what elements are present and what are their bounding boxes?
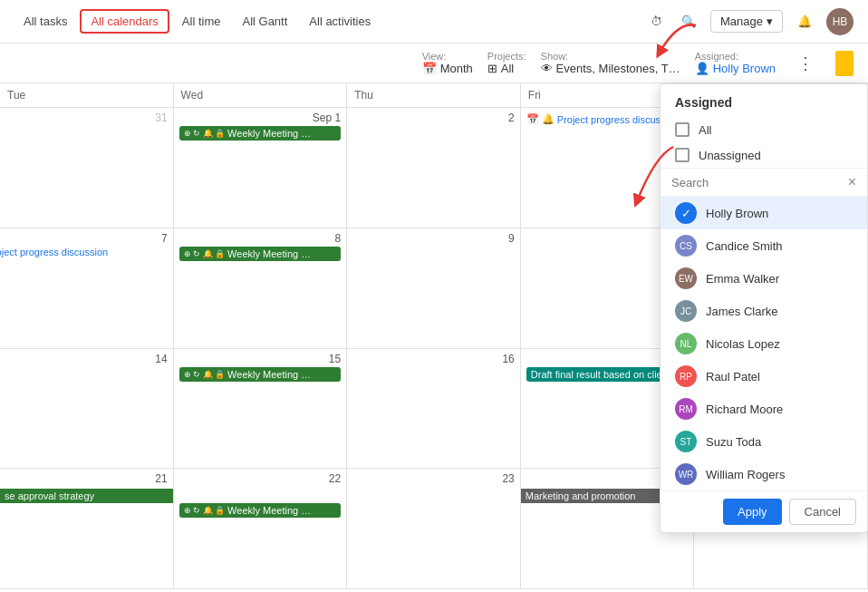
event-label: Project progress discus… — [557, 114, 670, 125]
view-value[interactable]: 📅 Month — [422, 62, 473, 75]
dropdown-option-unassigned[interactable]: Unassigned — [661, 142, 867, 168]
day-number: 7 — [5, 232, 168, 245]
user-avatar[interactable]: HB — [826, 8, 854, 35]
event-weekly-meeting-2[interactable]: ⊕ ↻ 🔔 🔒 Weekly Meeting … — [179, 247, 342, 261]
day-number: 14 — [5, 353, 168, 365]
grid-icon: ⊞ — [487, 62, 497, 75]
user-name: Emma Walker — [706, 272, 779, 286]
user-option-raul[interactable]: RP Raul Patel — [661, 360, 867, 393]
event-weekly-meeting-3[interactable]: ⊕ ↻ 🔔 🔒 Weekly Meeting … — [179, 367, 342, 382]
day-cell-7: 7 roject progress discussion — [0, 228, 174, 348]
user-avatar-james: JC — [675, 300, 697, 322]
nav-item-all-time[interactable]: All time — [173, 11, 230, 32]
event-icons: ⊕ ↻ 🔔 🔒 — [184, 249, 226, 258]
view-label: View: — [422, 51, 447, 62]
projects-label: Projects: — [487, 51, 526, 62]
assigned-value[interactable]: 👤 Holly Brown — [695, 62, 776, 75]
bell-icon-small: 🔔 — [542, 113, 555, 125]
dropdown-footer: Apply Cancel — [661, 490, 867, 532]
day-number: 23 — [352, 472, 515, 485]
user-option-suzu[interactable]: ST Suzu Toda — [661, 425, 867, 458]
toolbar-assigned[interactable]: Assigned: 👤 Holly Brown — [695, 51, 776, 75]
day-number: 22 — [179, 472, 342, 485]
event-project-discuss-2[interactable]: roject progress discussion — [0, 247, 173, 257]
toolbar-projects[interactable]: Projects: ⊞ All — [487, 51, 526, 75]
user-name: Nicolas Lopez — [706, 337, 780, 351]
show-label: Show: — [541, 51, 569, 62]
event-weekly-meeting-4[interactable]: ⊕ ↻ 🔔 🔒 Weekly Meeting … — [179, 503, 342, 518]
nav-item-all-gantt[interactable]: All Gantt — [233, 11, 296, 32]
day-cell-8: 8 ⊕ ↻ 🔔 🔒 Weekly Meeting … — [174, 228, 348, 348]
user-option-william[interactable]: WR William Rogers — [661, 458, 867, 490]
manage-label: Manage — [720, 15, 763, 28]
check-icon: ✓ — [675, 202, 697, 224]
show-value[interactable]: 👁 Events, Milestones, T… — [541, 62, 680, 75]
toolbar-show[interactable]: Show: 👁 Events, Milestones, T… — [541, 51, 680, 75]
day-cell-21: 21 se approval strategy — [0, 469, 174, 588]
user-avatar-william: WR — [675, 463, 697, 485]
manage-button[interactable]: Manage ▾ — [710, 10, 783, 33]
nav-item-all-calendars[interactable]: All calendars — [80, 9, 169, 34]
color-swatch — [835, 51, 854, 76]
dropdown-option-all[interactable]: All — [661, 117, 867, 142]
more-options-icon[interactable]: ⋮ — [797, 53, 814, 73]
event-label: roject progress discussion — [0, 247, 108, 257]
user-option-holly[interactable]: ✓ Holly Brown — [661, 197, 867, 229]
view-text: Month — [440, 62, 473, 75]
show-text: Events, Milestones, T… — [556, 62, 680, 75]
calendar-icon-small: 📅 — [526, 113, 539, 125]
day-number: 2 — [352, 112, 515, 124]
apply-button[interactable]: Apply — [723, 499, 782, 525]
nav-icons: ⏱ 🔍 Manage ▾ 🔔 HB — [645, 8, 854, 35]
notification-icon[interactable]: 🔔 — [794, 11, 815, 33]
top-nav: All tasks All calendars All time All Gan… — [0, 0, 868, 44]
dropdown-title: Assigned — [661, 84, 867, 117]
assigned-label: Assigned: — [695, 51, 738, 62]
search-icon[interactable]: 🔍 — [678, 11, 699, 33]
event-spanning-approval[interactable]: se approval strategy — [0, 489, 173, 503]
assigned-user[interactable]: Holly Brown — [713, 62, 776, 75]
day-number: 21 — [5, 472, 168, 485]
event-label: Weekly Meeting … — [227, 248, 311, 259]
day-number: 16 — [352, 353, 515, 365]
projects-value[interactable]: ⊞ All — [487, 62, 514, 75]
day-number: 15 — [179, 353, 342, 365]
nav-item-all-tasks[interactable]: All tasks — [14, 11, 76, 32]
user-option-richard[interactable]: RM Richard Moore — [661, 393, 867, 425]
user-option-nicolas[interactable]: NL Nicolas Lopez — [661, 327, 867, 360]
all-checkbox[interactable] — [675, 122, 690, 137]
person-icon: 👤 — [695, 62, 709, 75]
clock-icon[interactable]: ⏱ — [645, 11, 667, 33]
cancel-button[interactable]: Cancel — [789, 499, 856, 525]
day-number: Sep 1 — [179, 112, 342, 124]
event-weekly-meeting-1[interactable]: ⊕ ↻ 🔔 🔒 Weekly Meeting … — [179, 126, 342, 141]
user-option-emma[interactable]: EW Emma Walker — [661, 262, 867, 295]
user-name: Suzu Toda — [706, 435, 761, 449]
nav-item-all-activities[interactable]: All activities — [300, 11, 380, 32]
calendar-area: Tue Wed Thu Fri Sat/Sun 31 Sep 1 ⊕ ↻ 🔔 🔒… — [0, 83, 868, 592]
search-row: × — [661, 168, 867, 197]
close-icon[interactable]: × — [848, 174, 856, 190]
user-option-candice[interactable]: CS Candice Smith — [661, 229, 867, 262]
unassigned-checkbox[interactable] — [675, 148, 690, 162]
toolbar: View: 📅 Month Projects: ⊞ All Show: 👁 Ev… — [0, 44, 868, 83]
search-input[interactable] — [671, 176, 844, 189]
user-name: Richard Moore — [706, 403, 783, 416]
event-icons: ⊕ ↻ 🔔 🔒 — [184, 129, 226, 138]
day-cell-2: 2 — [347, 108, 521, 228]
day-cell-22: 22 ⊕ ↻ 🔔 🔒 Weekly Meeting … — [174, 469, 348, 588]
event-icons: ⊕ ↻ 🔔 🔒 — [184, 370, 226, 379]
event-icons: ⊕ ↻ 🔔 🔒 — [184, 506, 226, 515]
day-header-wed: Wed — [174, 83, 348, 107]
event-label: Draft final result based on clien… — [531, 369, 678, 380]
day-cell-16: 16 — [347, 349, 521, 469]
event-label: Weekly Meeting … — [227, 369, 311, 380]
toolbar-view[interactable]: View: 📅 Month — [422, 51, 473, 75]
day-header-tue: Tue — [0, 83, 174, 107]
user-option-james[interactable]: JC James Clarke — [661, 295, 867, 327]
day-number: 8 — [179, 232, 342, 245]
day-cell-9: 9 — [347, 228, 521, 348]
user-avatar-raul: RP — [675, 365, 697, 387]
user-name: Candice Smith — [706, 239, 783, 253]
projects-text: All — [501, 62, 514, 75]
